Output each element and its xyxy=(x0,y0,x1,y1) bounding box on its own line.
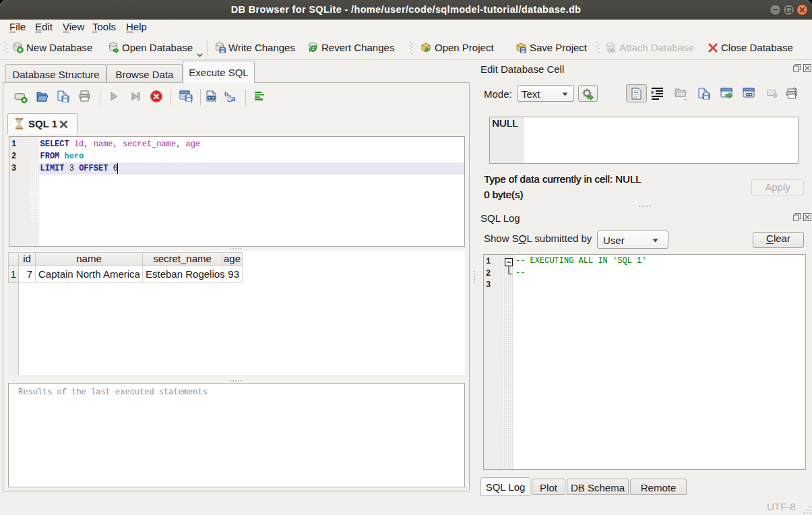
svg-text:a: a xyxy=(231,93,236,103)
